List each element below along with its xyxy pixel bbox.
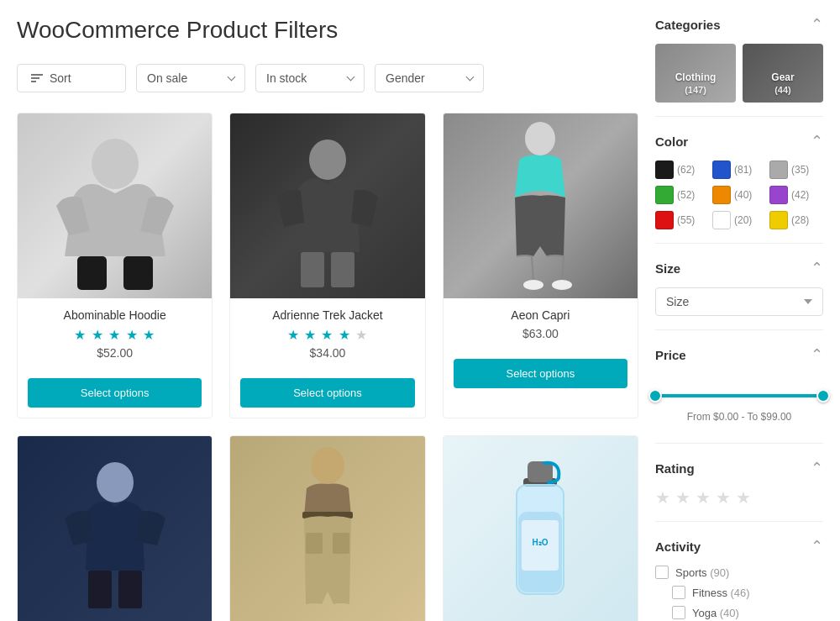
- rating-star-4[interactable]: ★: [716, 487, 731, 508]
- price-label: From $0.00 - To $99.00: [655, 411, 823, 423]
- collapse-icon[interactable]: ⌃: [811, 261, 823, 276]
- color-grid: (62) (81) (35) (52) (40): [655, 161, 823, 229]
- rating-star-5[interactable]: ★: [736, 487, 751, 508]
- product-card: [229, 435, 425, 621]
- product-image: [18, 113, 212, 298]
- svg-rect-4: [301, 252, 324, 287]
- category-image: Clothing(147): [655, 44, 736, 103]
- color-count: (55): [677, 214, 695, 226]
- color-row: (40): [712, 186, 766, 204]
- color-title: Color: [655, 134, 688, 149]
- rating-star-2[interactable]: ★: [675, 487, 690, 508]
- collapse-icon[interactable]: ⌃: [811, 17, 823, 32]
- product-name: Adrienne Trek Jacket: [240, 308, 414, 322]
- product-name: Aeon Capri: [454, 308, 627, 322]
- color-count: (52): [677, 189, 695, 201]
- price-title: Price: [655, 348, 686, 362]
- rating-section: Rating ⌃ ★ ★ ★ ★ ★: [655, 460, 823, 522]
- categories-grid: Clothing(147) Gear(44): [655, 44, 823, 103]
- select-options-button[interactable]: Select options: [240, 378, 414, 408]
- category-card-gear[interactable]: Gear(44): [743, 44, 823, 103]
- categories-section: Categories ⌃ Clothing(147) Gear(44): [655, 17, 823, 117]
- on-sale-filter[interactable]: On sale: [136, 64, 245, 92]
- category-card-clothing[interactable]: Clothing(147): [655, 44, 736, 103]
- svg-point-6: [525, 122, 555, 155]
- gender-filter[interactable]: Gender: [375, 64, 484, 92]
- star-filled: ★: [321, 328, 333, 342]
- color-swatch-red[interactable]: [655, 211, 674, 229]
- activity-item-yoga[interactable]: Yoga (40): [655, 606, 823, 619]
- color-row: (42): [769, 186, 823, 204]
- section-header: Rating ⌃: [655, 460, 823, 476]
- collapse-icon[interactable]: ⌃: [811, 460, 823, 476]
- collapse-icon[interactable]: ⌃: [811, 134, 823, 149]
- svg-point-3: [309, 139, 346, 180]
- products-grid: Abominable Hoodie ★ ★ ★ ★ ★ $52.00 Selec…: [17, 113, 638, 621]
- size-title: Size: [655, 261, 680, 276]
- section-header: Price ⌃: [655, 347, 823, 362]
- svg-point-0: [92, 139, 139, 189]
- product-card: Adrienne Trek Jacket ★ ★ ★ ★ ★ $34.00 Se…: [229, 113, 425, 418]
- product-price: $52.00: [28, 346, 202, 360]
- color-swatch-green[interactable]: [655, 186, 674, 204]
- category-image: Gear(44): [743, 44, 823, 103]
- activity-item-fitness[interactable]: Fitness (46): [655, 586, 823, 599]
- activity-label-fitness: Fitness (46): [692, 587, 750, 599]
- star-filled: ★: [74, 328, 87, 342]
- color-count: (62): [677, 164, 695, 176]
- price-slider-track: [655, 394, 823, 397]
- color-swatch-white[interactable]: [712, 211, 731, 229]
- sidebar: Categories ⌃ Clothing(147) Gear(44): [655, 17, 823, 621]
- product-image: [444, 113, 638, 298]
- svg-rect-14: [306, 533, 323, 554]
- categories-title: Categories: [655, 18, 721, 32]
- price-slider[interactable]: From $0.00 - To $99.00: [655, 374, 823, 429]
- collapse-icon[interactable]: ⌃: [811, 539, 823, 554]
- activity-checkbox-fitness[interactable]: [672, 586, 685, 599]
- select-options-button[interactable]: Select options: [28, 378, 202, 408]
- in-stock-filter[interactable]: In stock: [255, 64, 365, 92]
- product-info: Adrienne Trek Jacket ★ ★ ★ ★ ★ $34.00: [230, 298, 424, 378]
- product-image: H₂O: [444, 436, 638, 621]
- category-label: Gear(44): [771, 71, 794, 96]
- sort-icon: [31, 74, 43, 82]
- color-swatch-orange[interactable]: [712, 186, 731, 204]
- rating-star-1[interactable]: ★: [655, 487, 670, 508]
- sort-label: Sort: [50, 71, 71, 85]
- product-price: $63.00: [454, 327, 627, 340]
- color-count: (40): [734, 189, 752, 201]
- rating-star-3[interactable]: ★: [696, 487, 711, 508]
- color-swatch-gray[interactable]: [769, 161, 788, 179]
- on-sale-label: On sale: [147, 71, 187, 85]
- chevron-down-icon: [228, 73, 236, 82]
- color-count: (28): [791, 214, 809, 226]
- color-swatch-blue[interactable]: [712, 161, 731, 179]
- rating-stars: ★ ★ ★ ★ ★: [655, 487, 823, 508]
- star-filled: ★: [287, 328, 300, 342]
- star-filled: ★: [304, 328, 317, 342]
- price-slider-fill: [655, 394, 823, 397]
- star-half: ★: [339, 328, 351, 342]
- select-options-button[interactable]: Select options: [454, 359, 627, 388]
- color-row: (35): [769, 161, 823, 179]
- price-handle-max[interactable]: [816, 389, 830, 403]
- activity-list: Sports (90) Fitness (46) Yoga (40) Outdo…: [655, 566, 823, 621]
- color-swatch-purple[interactable]: [769, 186, 788, 204]
- activity-checkbox-sports[interactable]: [655, 566, 669, 579]
- activity-checkbox-yoga[interactable]: [672, 606, 685, 619]
- color-swatch-yellow[interactable]: [769, 211, 788, 229]
- color-row: (55): [655, 211, 709, 229]
- star-half: ★: [143, 328, 155, 342]
- sort-button[interactable]: Sort: [17, 64, 126, 92]
- color-swatch-black[interactable]: [655, 161, 674, 179]
- product-stars: ★ ★ ★ ★ ★: [28, 327, 202, 343]
- activity-item-sports[interactable]: Sports (90): [655, 566, 823, 579]
- activity-label-sports: Sports (90): [675, 566, 729, 579]
- price-handle-min[interactable]: [648, 389, 662, 403]
- section-header: Categories ⌃: [655, 17, 823, 32]
- color-row: (28): [769, 211, 823, 229]
- star-filled: ★: [108, 328, 121, 342]
- collapse-icon[interactable]: ⌃: [811, 347, 823, 362]
- chevron-down-icon: [347, 73, 355, 82]
- size-select[interactable]: Size XS S M L XL XXL: [655, 287, 823, 316]
